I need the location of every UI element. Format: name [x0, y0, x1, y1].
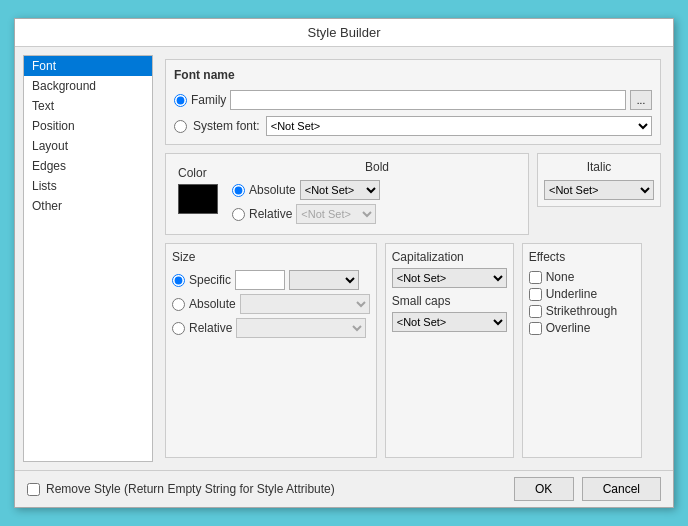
- effects-overline-checkbox[interactable]: [529, 322, 542, 335]
- effects-strikethrough-label: Strikethrough: [546, 304, 617, 318]
- bold-absolute-select[interactable]: <Not Set>: [300, 180, 380, 200]
- effects-label: Effects: [529, 250, 635, 264]
- effects-none-label: None: [546, 270, 575, 284]
- bold-italic-row: Color Bold Absolute <Not Set>: [165, 153, 661, 235]
- system-font-select[interactable]: <Not Set>: [266, 116, 652, 136]
- effects-underline-item: Underline: [529, 287, 635, 301]
- small-caps-group: Small caps <Not Set>: [392, 294, 507, 332]
- font-name-section: Font name Family ... System font: <Not S…: [165, 59, 661, 145]
- bold-absolute-label: Absolute: [249, 183, 296, 197]
- size-absolute-row: Absolute: [172, 294, 370, 314]
- small-caps-select[interactable]: <Not Set>: [392, 312, 507, 332]
- effects-strikethrough-item: Strikethrough: [529, 304, 635, 318]
- italic-select[interactable]: <Not Set>: [544, 180, 654, 200]
- family-label: Family: [191, 93, 226, 107]
- size-relative-row: Relative: [172, 318, 370, 338]
- ok-button[interactable]: OK: [514, 477, 574, 501]
- size-absolute-label: Absolute: [189, 297, 236, 311]
- capitalization-label: Capitalization: [392, 250, 507, 264]
- size-specific-label: Specific: [189, 273, 231, 287]
- bold-header: Bold: [232, 160, 522, 174]
- main-content: Font name Family ... System font: <Not S…: [161, 55, 665, 462]
- dialog-footer: Remove Style (Return Empty String for St…: [15, 470, 673, 507]
- sidebar: Font Background Text Position Layout Edg…: [23, 55, 153, 462]
- size-specific-unit-select[interactable]: [289, 270, 359, 290]
- sidebar-item-lists[interactable]: Lists: [24, 176, 152, 196]
- size-specific-row: Specific: [172, 270, 370, 290]
- italic-header: Italic: [544, 160, 654, 174]
- dialog-body: Font Background Text Position Layout Edg…: [15, 47, 673, 470]
- size-label: Size: [172, 250, 370, 264]
- browse-button[interactable]: ...: [630, 90, 652, 110]
- bold-relative-row: Relative <Not Set>: [232, 204, 522, 224]
- size-absolute-radio[interactable]: [172, 298, 185, 311]
- cancel-button[interactable]: Cancel: [582, 477, 661, 501]
- capitalization-select[interactable]: <Not Set>: [392, 268, 507, 288]
- footer-buttons: OK Cancel: [514, 477, 661, 501]
- sidebar-item-text[interactable]: Text: [24, 96, 152, 116]
- capitalization-group: Capitalization <Not Set>: [392, 250, 507, 288]
- effects-none-item: None: [529, 270, 635, 284]
- size-specific-radio[interactable]: [172, 274, 185, 287]
- effects-underline-label: Underline: [546, 287, 597, 301]
- sidebar-item-other[interactable]: Other: [24, 196, 152, 216]
- size-relative-label: Relative: [189, 321, 232, 335]
- sidebar-item-position[interactable]: Position: [24, 116, 152, 136]
- system-font-row: System font: <Not Set>: [174, 116, 652, 136]
- bold-section: Bold Absolute <Not Set> Relative: [232, 160, 522, 228]
- italic-section: Italic <Not Set>: [537, 153, 661, 207]
- system-font-label: System font:: [193, 119, 260, 133]
- cap-section: Capitalization <Not Set> Small caps <Not…: [385, 243, 514, 458]
- dialog-title: Style Builder: [15, 19, 673, 47]
- family-row: Family ...: [174, 90, 652, 110]
- color-label: Color: [178, 166, 207, 180]
- sidebar-item-font[interactable]: Font: [24, 56, 152, 76]
- small-caps-label: Small caps: [392, 294, 507, 308]
- effects-underline-checkbox[interactable]: [529, 288, 542, 301]
- size-specific-input[interactable]: [235, 270, 285, 290]
- bold-relative-radio[interactable]: [232, 208, 245, 221]
- size-relative-radio[interactable]: [172, 322, 185, 335]
- effects-overline-label: Overline: [546, 321, 591, 335]
- effects-overline-item: Overline: [529, 321, 635, 335]
- effects-none-checkbox[interactable]: [529, 271, 542, 284]
- color-bold-section: Color Bold Absolute <Not Set>: [165, 153, 529, 235]
- size-section: Size Specific Absolute: [165, 243, 377, 458]
- size-absolute-select[interactable]: [240, 294, 370, 314]
- bold-relative-select[interactable]: <Not Set>: [296, 204, 376, 224]
- bold-absolute-row: Absolute <Not Set>: [232, 180, 522, 200]
- footer-left: Remove Style (Return Empty String for St…: [27, 482, 335, 496]
- effects-section: Effects None Underline Strikethrough: [522, 243, 642, 458]
- family-input[interactable]: [230, 90, 626, 110]
- style-builder-dialog: Style Builder Font Background Text Posit…: [14, 18, 674, 508]
- remove-style-checkbox[interactable]: [27, 483, 40, 496]
- size-cap-effects-row: Size Specific Absolute: [165, 243, 661, 458]
- effects-strikethrough-checkbox[interactable]: [529, 305, 542, 318]
- sidebar-item-edges[interactable]: Edges: [24, 156, 152, 176]
- size-relative-select[interactable]: [236, 318, 366, 338]
- color-section: Color: [172, 160, 224, 228]
- sidebar-item-layout[interactable]: Layout: [24, 136, 152, 156]
- font-name-label: Font name: [174, 68, 652, 82]
- color-swatch[interactable]: [178, 184, 218, 214]
- remove-style-label: Remove Style (Return Empty String for St…: [46, 482, 335, 496]
- bold-relative-label: Relative: [249, 207, 292, 221]
- sidebar-item-background[interactable]: Background: [24, 76, 152, 96]
- family-radio[interactable]: [174, 94, 187, 107]
- system-font-radio[interactable]: [174, 120, 187, 133]
- bold-absolute-radio[interactable]: [232, 184, 245, 197]
